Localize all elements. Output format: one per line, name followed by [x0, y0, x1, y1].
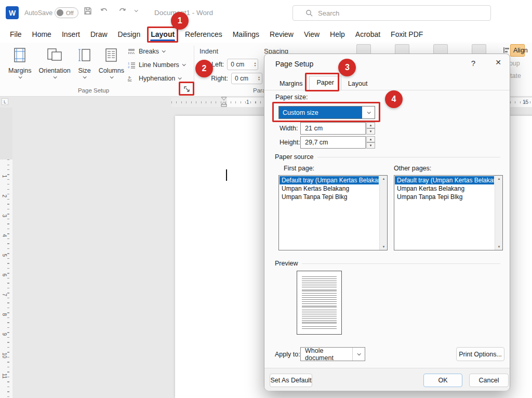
other-pages-listbox[interactable]: Default tray (Umpan Kertas Belakang) Ump… [394, 175, 503, 250]
size-label: Size [78, 67, 90, 74]
preview-label: Preview [275, 260, 298, 267]
scroll-down-icon[interactable]: ▼ [380, 245, 388, 248]
horizontal-ruler[interactable]: 1 [171, 98, 264, 107]
tab-design[interactable]: Design [117, 28, 141, 41]
ruler-number: 6 [2, 274, 7, 280]
margins-chevron-icon [18, 75, 22, 78]
breaks-button[interactable]: Breaks [127, 47, 185, 56]
columns-button[interactable]: Columns [97, 45, 126, 79]
redo-icon[interactable] [117, 6, 126, 15]
apply-to-dropdown[interactable]: Whole document [300, 347, 365, 361]
width-spinner[interactable]: ▲▼ [366, 122, 375, 135]
dialog-tab-strip: Margins Paper 3 Layout [273, 77, 374, 90]
spin-arrows-icon[interactable]: ▲▼ [254, 62, 256, 67]
annotation-step-4: 4 [385, 90, 403, 108]
height-input[interactable]: 29,7 cm [300, 136, 366, 149]
tab-foxit-pdf[interactable]: Foxit PDF [390, 28, 423, 41]
dialog-title: Page Setup [275, 60, 313, 68]
list-item-selected[interactable]: Default tray (Umpan Kertas Belakang) [395, 176, 494, 184]
word-logo-icon[interactable]: W [6, 6, 19, 19]
autosave-toggle[interactable]: Off [55, 7, 78, 18]
list-item[interactable]: Umpan Kertas Belakang [395, 184, 494, 193]
tab-stop-selector[interactable]: L [2, 98, 8, 105]
save-icon[interactable] [83, 6, 92, 15]
set-as-default-button[interactable]: Set As Default [270, 374, 312, 387]
scroll-up-icon[interactable]: ▲ [380, 177, 388, 180]
margins-button[interactable]: Margins [6, 45, 33, 79]
height-value: 29,7 cm [305, 139, 328, 146]
indent-right-field-label: Right: [211, 75, 228, 82]
dialog-tab-paper[interactable]: Paper 3 [309, 76, 341, 90]
vertical-ruler[interactable]: 1 2 3 4 5 6 7 8 9 10 11 [0, 108, 12, 398]
tab-mailings[interactable]: Mailings [232, 28, 260, 41]
page-setup-group-label: Page Setup [62, 87, 125, 94]
hyphenation-button[interactable]: a-bc Hyphenation [127, 74, 185, 83]
toggle-knob-icon [57, 9, 63, 16]
paper-size-dropdown[interactable]: Custom size 4 [278, 106, 375, 119]
undo-icon[interactable] [100, 6, 109, 15]
height-label: Height: [280, 139, 300, 146]
scroll-down-icon[interactable]: ▼ [495, 245, 503, 248]
tab-review[interactable]: Review [269, 28, 294, 41]
list-item[interactable]: Umpan Tanpa Tepi Blkg [395, 193, 494, 201]
ruler-number: 2 [2, 195, 7, 201]
dropdown-chevron-icon[interactable] [352, 348, 365, 361]
orientation-button[interactable]: Orientation [36, 45, 72, 79]
dialog-tab-layout[interactable]: Layout [341, 77, 375, 90]
group-rule-line [302, 263, 500, 264]
width-input[interactable]: 21 cm [300, 122, 366, 135]
spin-down-icon: ▼ [366, 142, 375, 149]
dropdown-chevron-icon[interactable] [362, 107, 375, 118]
search-box[interactable] [292, 5, 491, 21]
print-options-button[interactable]: Print Options... [456, 347, 504, 361]
first-page-listbox[interactable]: Default tray (Umpan Kertas Belakang) Ump… [278, 175, 388, 250]
scrollbar[interactable]: ▲ ▼ [495, 176, 502, 250]
hyphenation-icon: a-bc [127, 74, 136, 83]
search-input[interactable] [318, 9, 463, 17]
active-tab-underline [150, 39, 175, 41]
ok-button[interactable]: OK [423, 374, 462, 387]
dialog-tab-margins[interactable]: Margins [273, 77, 309, 90]
scroll-up-icon[interactable]: ▲ [495, 177, 503, 180]
page-setup-dialog-launcher[interactable]: 2 [183, 85, 192, 94]
cancel-button[interactable]: Cancel [469, 374, 509, 387]
close-icon[interactable]: ✕ [492, 58, 504, 67]
tab-references[interactable]: References [184, 28, 223, 41]
breaks-icon [127, 47, 136, 56]
indent-right-input[interactable]: 0 cm ▲▼ [231, 73, 262, 84]
horizontal-ruler-right[interactable]: 14 15 [510, 98, 532, 107]
line-numbers-button[interactable]: 12 Line Numbers [127, 60, 185, 69]
autosave-label: AutoSave [24, 9, 52, 17]
search-icon [304, 9, 313, 18]
indent-left-field-label: Left: [211, 61, 224, 68]
tab-layout[interactable]: Layout 1 [150, 28, 175, 41]
text-cursor [226, 169, 227, 181]
tab-draw[interactable]: Draw [90, 28, 108, 41]
scrollbar[interactable]: ▲ ▼ [379, 176, 387, 250]
width-label: Width: [280, 125, 298, 132]
help-icon[interactable]: ? [468, 59, 478, 68]
svg-text:2: 2 [128, 65, 130, 69]
indent-left-input[interactable]: 0 cm ▲▼ [227, 59, 258, 70]
size-button[interactable]: Size [76, 45, 94, 79]
ruler-ticks [510, 101, 532, 103]
tab-home[interactable]: Home [32, 28, 52, 41]
tab-view[interactable]: View [303, 28, 320, 41]
tab-insert[interactable]: Insert [61, 28, 81, 41]
tab-help[interactable]: Help [329, 28, 345, 41]
tab-file[interactable]: File [9, 28, 22, 41]
tab-acrobat[interactable]: Acrobat [355, 28, 381, 41]
height-spinner[interactable]: ▲▼ [366, 136, 375, 149]
orientation-label: Orientation [38, 67, 70, 74]
breaks-chevron-icon [162, 49, 166, 52]
quick-access-toolbar [83, 6, 137, 15]
list-item[interactable]: Umpan Tanpa Tepi Blkg [280, 193, 379, 201]
orientation-icon [46, 47, 63, 65]
spin-arrows-icon[interactable]: ▲▼ [258, 76, 260, 81]
customize-qat-chevron-icon[interactable] [135, 8, 138, 12]
list-item-selected[interactable]: Default tray (Umpan Kertas Belakang) [280, 176, 379, 184]
title-bar: W AutoSave Off Document1 - Word [0, 0, 532, 26]
list-item[interactable]: Umpan Kertas Belakang [280, 184, 379, 193]
spin-up-icon: ▲ [366, 122, 375, 128]
align-label: Align [513, 47, 528, 54]
